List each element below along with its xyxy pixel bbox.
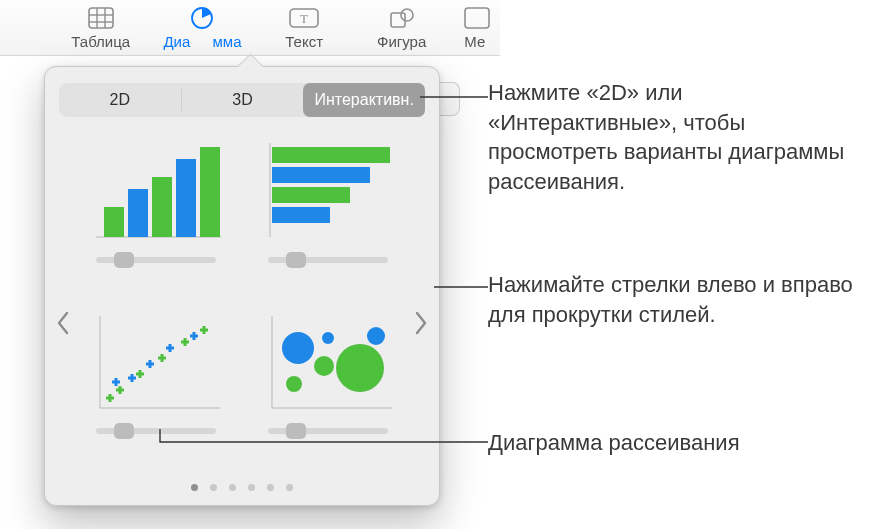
page-dot[interactable] bbox=[267, 484, 274, 491]
segment-2d[interactable]: 2D bbox=[59, 83, 181, 117]
style-slider[interactable] bbox=[268, 428, 388, 434]
chevron-left-icon bbox=[56, 311, 70, 335]
toolbar-label: Диаграмма bbox=[163, 33, 241, 50]
svg-rect-20 bbox=[272, 187, 350, 203]
toolbar-item-text[interactable]: T Текст bbox=[269, 5, 338, 50]
page-dot[interactable] bbox=[286, 484, 293, 491]
svg-rect-21 bbox=[272, 207, 330, 223]
svg-rect-19 bbox=[272, 167, 370, 183]
svg-rect-16 bbox=[200, 147, 220, 237]
toolbar-item-chart[interactable]: Диаграмма bbox=[163, 5, 241, 50]
page-dot[interactable] bbox=[210, 484, 217, 491]
segment-label: Интерактивн. bbox=[314, 91, 413, 109]
svg-rect-14 bbox=[152, 177, 172, 237]
svg-rect-10 bbox=[465, 8, 489, 28]
svg-point-30 bbox=[336, 344, 384, 392]
media-icon bbox=[464, 5, 490, 31]
page-dot[interactable] bbox=[229, 484, 236, 491]
segment-interactive[interactable]: Интерактивн. bbox=[303, 83, 425, 117]
page-dot[interactable] bbox=[248, 484, 255, 491]
svg-point-29 bbox=[322, 332, 334, 344]
style-slider[interactable] bbox=[96, 428, 216, 434]
svg-point-31 bbox=[367, 327, 385, 345]
chart-picker-popover: 2D 3D Интерактивн. bbox=[44, 66, 440, 506]
toolbar-label: Фигура bbox=[377, 33, 426, 50]
style-slider[interactable] bbox=[96, 257, 216, 263]
toolbar-item-shape[interactable]: Фигура bbox=[367, 5, 436, 50]
svg-point-28 bbox=[314, 356, 334, 376]
toolbar-label: Таблица bbox=[71, 33, 130, 50]
svg-rect-12 bbox=[104, 207, 124, 237]
bar-chart-thumb[interactable] bbox=[257, 137, 399, 286]
page-dot[interactable] bbox=[191, 484, 198, 491]
svg-rect-13 bbox=[128, 189, 148, 237]
svg-point-27 bbox=[286, 376, 302, 392]
toolbar-item-media-clipped[interactable]: Ме bbox=[464, 5, 500, 50]
style-slider[interactable] bbox=[268, 257, 388, 263]
segment-3d[interactable]: 3D bbox=[182, 83, 304, 117]
chevron-right-icon bbox=[414, 311, 428, 335]
svg-rect-15 bbox=[176, 159, 196, 237]
callout-tabs: Нажмите «2D» или «Интерактивные», чтобы … bbox=[488, 78, 868, 197]
svg-point-26 bbox=[282, 332, 314, 364]
toolbar-item-table[interactable]: Таблица bbox=[66, 5, 135, 50]
svg-point-9 bbox=[401, 9, 413, 21]
toolbar: Таблица Диаграмма T Текст Фигура Ме bbox=[0, 0, 500, 56]
scatter-chart-thumb[interactable] bbox=[85, 308, 227, 457]
segment-label: 3D bbox=[232, 91, 252, 109]
toolbar-label: Текст bbox=[285, 33, 323, 50]
callout-arrows: Нажимайте стрелки влево и вправо для про… bbox=[488, 270, 868, 329]
table-icon bbox=[88, 5, 114, 31]
column-chart-thumb[interactable] bbox=[85, 137, 227, 286]
shape-icon bbox=[389, 5, 415, 31]
svg-text:T: T bbox=[300, 11, 308, 26]
clipped-control bbox=[440, 82, 460, 116]
svg-rect-18 bbox=[272, 147, 390, 163]
chart-type-segmented: 2D 3D Интерактивн. bbox=[59, 83, 425, 117]
svg-rect-0 bbox=[89, 8, 113, 28]
chart-thumb-grid bbox=[85, 137, 399, 457]
callout-scatter: Диаграмма рассеивания bbox=[488, 428, 868, 458]
pie-chart-icon bbox=[190, 5, 214, 31]
toolbar-label: Ме bbox=[464, 33, 485, 50]
bubble-chart-thumb[interactable] bbox=[257, 308, 399, 457]
next-style-arrow[interactable] bbox=[407, 303, 435, 343]
segment-label: 2D bbox=[110, 91, 130, 109]
page-dots[interactable] bbox=[45, 484, 439, 491]
textbox-icon: T bbox=[289, 5, 319, 31]
prev-style-arrow[interactable] bbox=[49, 303, 77, 343]
